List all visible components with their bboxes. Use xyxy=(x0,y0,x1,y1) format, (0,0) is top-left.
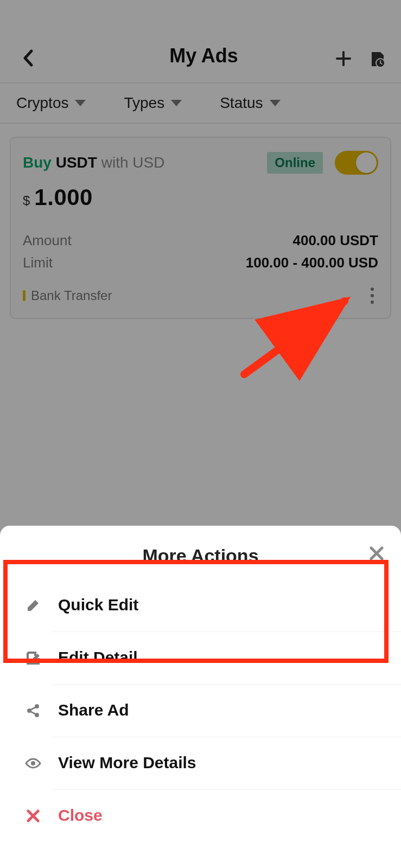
menu-item-close[interactable]: Close xyxy=(0,790,401,842)
price-currency-symbol: $ xyxy=(23,193,30,208)
share-icon xyxy=(24,703,42,718)
pencil-icon xyxy=(24,598,42,613)
chevron-down-icon xyxy=(270,100,281,106)
app-header: My Ads xyxy=(0,0,401,84)
close-icon[interactable] xyxy=(368,545,385,564)
ad-price: $ 1.000 xyxy=(23,184,378,210)
eye-icon xyxy=(24,758,42,769)
action-menu: Quick Edit Edit Detail Share Ad View Mor… xyxy=(0,579,401,842)
chevron-down-icon xyxy=(75,100,86,106)
menu-item-label: Edit Detail xyxy=(58,648,401,668)
ad-crypto: USDT xyxy=(56,154,97,171)
ad-pair: Buy USDT with USD xyxy=(23,154,164,171)
more-actions-icon[interactable] xyxy=(366,284,378,307)
filter-types[interactable]: Types xyxy=(124,94,182,112)
price-value: 1.000 xyxy=(34,184,93,210)
history-icon[interactable] xyxy=(368,50,386,67)
amount-value: 400.00 USDT xyxy=(292,232,378,249)
filter-cryptos[interactable]: Cryptos xyxy=(16,94,86,112)
payment-indicator-icon xyxy=(23,290,26,301)
ad-card: Buy USDT with USD Online $ 1.000 Amount … xyxy=(10,137,391,319)
filter-status[interactable]: Status xyxy=(220,94,280,112)
menu-item-label: Quick Edit xyxy=(58,596,401,615)
amount-label: Amount xyxy=(23,232,72,249)
filter-status-label: Status xyxy=(220,94,263,112)
chevron-down-icon xyxy=(171,100,182,106)
menu-item-label: Close xyxy=(58,806,401,826)
menu-item-edit-detail[interactable]: Edit Detail xyxy=(0,632,401,684)
edit-detail-icon xyxy=(24,650,42,666)
filter-types-label: Types xyxy=(124,94,164,112)
close-x-icon xyxy=(24,809,42,823)
page-title: My Ads xyxy=(81,44,326,67)
limit-label: Limit xyxy=(23,254,53,271)
menu-item-label: View More Details xyxy=(58,754,401,773)
menu-item-quick-edit[interactable]: Quick Edit xyxy=(0,579,401,631)
menu-item-share-ad[interactable]: Share Ad xyxy=(0,685,401,737)
ads-list: Buy USDT with USD Online $ 1.000 Amount … xyxy=(0,124,401,332)
payment-method: Bank Transfer xyxy=(23,288,112,303)
back-icon[interactable] xyxy=(22,49,34,67)
ad-fiat: USD xyxy=(132,154,164,171)
status-badge: Online xyxy=(267,152,323,174)
ad-side: Buy xyxy=(23,154,52,171)
menu-item-label: Share Ad xyxy=(58,701,401,720)
filter-cryptos-label: Cryptos xyxy=(16,94,68,112)
payment-method-label: Bank Transfer xyxy=(31,288,112,303)
filters-bar: Cryptos Types Status xyxy=(0,84,401,124)
more-actions-sheet: More Actions Quick Edit Edit Detail Shar… xyxy=(0,526,401,868)
add-icon[interactable] xyxy=(335,50,352,67)
sheet-title: More Actions xyxy=(142,545,258,566)
toggle-knob xyxy=(356,152,377,173)
svg-point-6 xyxy=(31,761,35,765)
limit-value: 100.00 - 400.00 USD xyxy=(246,254,378,271)
menu-item-view-more[interactable]: View More Details xyxy=(0,737,401,789)
limit-row: Limit 100.00 - 400.00 USD xyxy=(23,254,378,271)
amount-row: Amount 400.00 USDT xyxy=(23,232,378,249)
ad-with-word: with xyxy=(101,154,129,171)
online-toggle[interactable] xyxy=(335,151,378,175)
